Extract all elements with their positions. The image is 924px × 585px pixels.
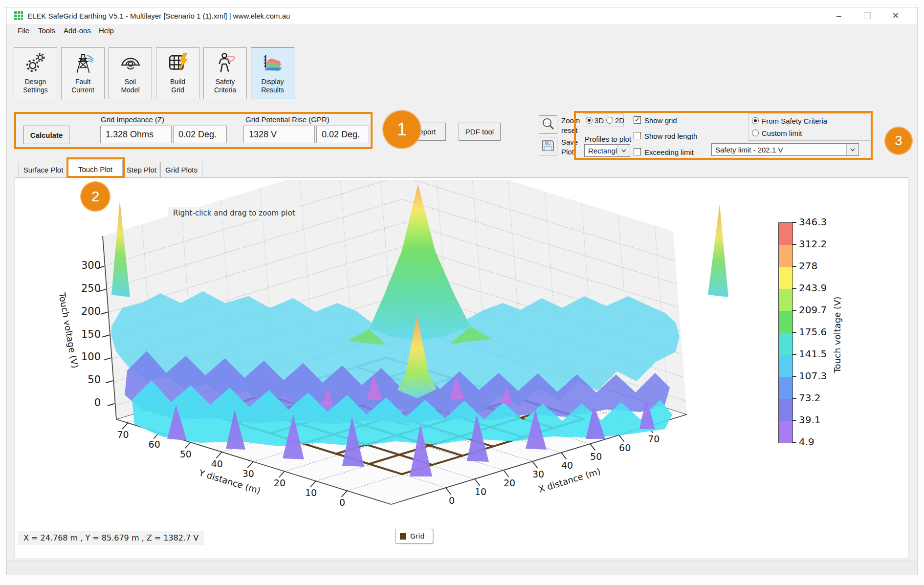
colorbar-segment xyxy=(779,245,792,267)
colorbar-segment xyxy=(779,311,792,333)
colorbar-segment xyxy=(779,333,792,355)
soil-layers-icon xyxy=(119,52,142,76)
build-grid-button[interactable]: BuildGrid xyxy=(156,47,199,99)
save-plot-button[interactable] xyxy=(539,137,557,155)
minimize-button[interactable]: – xyxy=(826,8,852,23)
safety-criteria-button[interactable]: SafetyCriteria xyxy=(203,47,247,99)
colorbar-segment xyxy=(779,355,792,377)
pdf-tool-button[interactable]: PDF tool xyxy=(459,123,501,141)
gears-icon xyxy=(24,52,47,76)
menu-file[interactable]: File xyxy=(15,25,32,36)
app-icon xyxy=(14,11,23,21)
chevron-down-icon xyxy=(846,144,858,155)
menu-help[interactable]: Help xyxy=(96,25,117,36)
window-title: ELEK SafeGrid Earthing V5.1 - Multilayer… xyxy=(27,12,290,20)
radio-3d[interactable] xyxy=(586,117,593,124)
touch-voltage-3d-surface[interactable] xyxy=(29,180,792,532)
tab-grid-plots[interactable]: Grid Plots xyxy=(160,162,202,178)
tab-step-plot[interactable]: Step Plot xyxy=(124,162,159,178)
plot-legend[interactable]: Grid xyxy=(395,529,433,543)
plot-hint: Right-click and drag to zoom plot xyxy=(168,207,300,219)
colorbar-segment xyxy=(779,377,792,399)
zoom-reset-label: Zoomreset xyxy=(561,116,580,135)
svg-text:1:1: 1:1 xyxy=(545,121,550,125)
colorbar-segment xyxy=(779,421,792,443)
maximize-button[interactable] xyxy=(855,8,880,23)
impedance-magnitude-field[interactable]: 1.328 Ohms xyxy=(100,126,172,143)
radio-from-safety-criteria[interactable] xyxy=(752,117,759,124)
design-settings-button[interactable]: DesignSettings xyxy=(14,47,57,99)
close-button[interactable]: × xyxy=(883,8,908,23)
fault-current-button[interactable]: FaultCurrent xyxy=(61,47,105,99)
grid-lightning-icon xyxy=(167,52,189,76)
impedance-angle-field[interactable]: 0.02 Deg. xyxy=(173,126,227,143)
safety-limit-select[interactable]: Safety limit - 202.1 V xyxy=(711,143,859,156)
cursor-coordinates-readout: X = 24.768 m , Y = 85.679 m , Z = 1382.7… xyxy=(18,531,204,545)
annotation-circle-1: 1 xyxy=(382,110,421,149)
colorbar-segment xyxy=(779,223,792,245)
tab-touch-plot[interactable]: Touch Plot xyxy=(68,160,123,178)
colorbar-segment xyxy=(779,399,792,421)
calculate-button[interactable]: Calculate xyxy=(23,126,69,144)
custom-limit-label: Custom limit xyxy=(762,129,802,137)
radio-2d-label: 2D xyxy=(615,116,624,125)
menu-tools[interactable]: Tools xyxy=(35,25,58,36)
zoom-reset-button[interactable]: 1:1 xyxy=(539,115,557,134)
save-plot-label: SavePlot xyxy=(561,137,578,157)
grid-impedance-label: Grid Impedance (Z) xyxy=(101,115,164,124)
show-rod-length-label: Show rod length xyxy=(644,132,697,140)
show-grid-label: Show grid xyxy=(644,116,677,125)
surface-chart-icon xyxy=(262,52,284,76)
grid-legend-label: Grid xyxy=(410,532,424,540)
radio-2d[interactable] xyxy=(606,117,613,124)
exceeding-limit-label: Exceeding limit xyxy=(644,148,694,156)
annotation-circle-3: 3 xyxy=(884,127,913,155)
soil-model-button[interactable]: SoilModel xyxy=(109,47,152,99)
person-heart-icon xyxy=(214,52,237,76)
colorbar xyxy=(778,222,793,443)
status-bar xyxy=(6,561,917,574)
transmission-tower-icon xyxy=(72,52,94,76)
from-safety-criteria-label: From Safety Criteria xyxy=(762,117,827,125)
show-grid-checkbox[interactable]: ✓ xyxy=(634,116,641,124)
display-results-button[interactable]: DisplayResults xyxy=(251,47,294,99)
gpr-label: Grid Potential Rise (GPR) xyxy=(245,115,330,124)
colorbar-title: Touch voltage (V) xyxy=(832,274,842,396)
tab-surface-plot[interactable]: Surface Plot xyxy=(19,162,68,178)
colorbar-segment xyxy=(779,289,792,311)
radio-custom-limit[interactable] xyxy=(752,130,759,136)
chevron-down-icon xyxy=(617,145,630,156)
radio-3d-label: 3D xyxy=(594,116,604,125)
show-rod-length-checkbox[interactable] xyxy=(634,132,641,139)
profiles-to-plot-select[interactable]: Rectangle xyxy=(584,144,630,157)
gpr-magnitude-field[interactable]: 1328 V xyxy=(243,126,315,143)
grid-legend-swatch xyxy=(400,533,406,540)
colorbar-segment xyxy=(779,267,792,289)
app-window: ELEK SafeGrid Earthing V5.1 - Multilayer… xyxy=(0,0,924,585)
annotation-circle-2: 2 xyxy=(80,181,110,212)
floppy-disk-icon xyxy=(541,138,555,154)
exceeding-limit-checkbox[interactable] xyxy=(634,148,641,155)
profiles-to-plot-label: Profiles to plot xyxy=(585,135,631,143)
gpr-angle-field[interactable]: 0.02 Deg. xyxy=(316,126,369,143)
maximize-icon xyxy=(864,12,871,19)
menu-bar xyxy=(6,24,917,37)
magnifier-icon: 1:1 xyxy=(541,117,555,133)
menu-addons[interactable]: Add-ons xyxy=(61,25,94,36)
